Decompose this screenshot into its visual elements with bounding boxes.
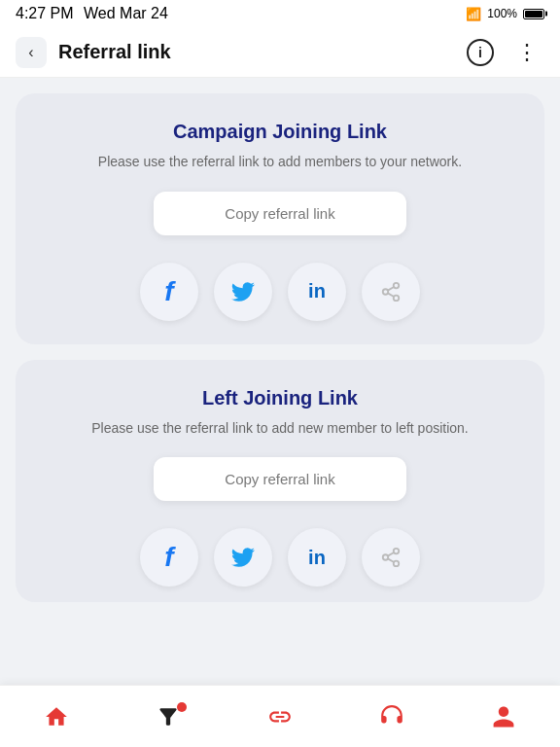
facebook-icon-left: f — [164, 542, 173, 573]
svg-point-7 — [394, 561, 400, 567]
header-left: ‹ Referral link — [16, 37, 171, 68]
left-card-description: Please use the referral link to add new … — [91, 419, 469, 439]
svg-line-8 — [388, 559, 394, 563]
linkedin-icon: in — [308, 280, 326, 302]
linkedin-share-button-left[interactable]: in — [288, 528, 346, 587]
main-content: Campaign Joining Link Please use the ref… — [0, 78, 560, 685]
home-icon — [44, 704, 69, 729]
share-icon-left — [380, 547, 402, 568]
more-icon: ⋮ — [516, 40, 539, 65]
social-icons-left: f in — [140, 528, 420, 602]
copy-referral-link-button-campaign[interactable]: Copy referral link — [154, 192, 406, 235]
svg-line-4 — [388, 287, 394, 291]
info-icon: i — [467, 39, 494, 66]
generic-share-button-left[interactable] — [362, 528, 420, 587]
svg-point-6 — [383, 554, 389, 560]
social-icons-campaign: f in — [140, 263, 420, 321]
share-icon — [380, 281, 402, 302]
header: ‹ Referral link i ⋮ — [0, 27, 560, 78]
nav-home-button[interactable] — [28, 696, 85, 737]
back-arrow-icon: ‹ — [28, 44, 33, 61]
campaign-card: Campaign Joining Link Please use the ref… — [16, 93, 544, 344]
facebook-share-button-left[interactable]: f — [140, 528, 198, 587]
status-icons: 📶 100% — [466, 7, 544, 21]
more-button[interactable]: ⋮ — [509, 35, 544, 70]
wifi-icon: 📶 — [466, 7, 481, 21]
headset-icon — [379, 704, 404, 729]
user-icon — [491, 704, 516, 729]
twitter-icon-left — [231, 548, 255, 567]
info-button[interactable]: i — [463, 35, 498, 70]
svg-point-5 — [394, 549, 400, 554]
page-title: Referral link — [58, 41, 171, 63]
copy-referral-link-button-left[interactable]: Copy referral link — [154, 457, 406, 501]
battery-percent: 100% — [487, 7, 517, 20]
twitter-icon — [231, 282, 255, 302]
bottom-nav — [0, 685, 560, 747]
header-right: i ⋮ — [463, 35, 544, 70]
left-card-title: Left Joining Link — [202, 387, 358, 409]
facebook-share-button-campaign[interactable]: f — [140, 263, 198, 321]
campaign-card-title: Campaign Joining Link — [173, 121, 387, 143]
nav-link-button[interactable] — [252, 696, 308, 737]
twitter-share-button-campaign[interactable] — [214, 263, 272, 321]
status-bar: 4:27 PM Wed Mar 24 📶 100% — [0, 0, 560, 27]
nav-support-button[interactable] — [364, 696, 420, 737]
nav-profile-button[interactable] — [475, 696, 532, 737]
svg-point-0 — [394, 282, 400, 288]
status-time: 4:27 PM Wed Mar 24 — [16, 5, 168, 22]
campaign-card-description: Please use the referral link to add memb… — [98, 153, 462, 172]
svg-line-9 — [388, 552, 394, 556]
filter-badge — [177, 702, 187, 712]
svg-point-1 — [383, 289, 389, 295]
nav-filter-button[interactable] — [140, 696, 196, 737]
svg-line-3 — [388, 293, 394, 297]
svg-point-2 — [394, 295, 400, 301]
left-card: Left Joining Link Please use the referra… — [16, 360, 544, 603]
linkedin-icon-left: in — [308, 547, 326, 569]
battery-icon — [523, 9, 544, 19]
twitter-share-button-left[interactable] — [214, 528, 272, 587]
linkedin-share-button-campaign[interactable]: in — [288, 263, 346, 321]
link-icon — [267, 704, 293, 729]
generic-share-button-campaign[interactable] — [362, 263, 420, 321]
facebook-icon: f — [164, 276, 173, 307]
back-button[interactable]: ‹ — [16, 37, 47, 68]
